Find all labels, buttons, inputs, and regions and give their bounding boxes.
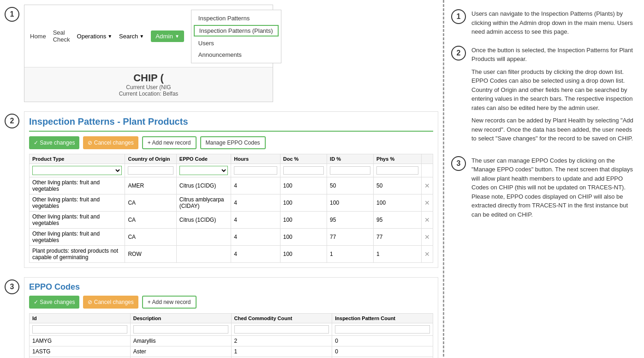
cell-type: Plant products: stored products not capa… — [30, 246, 125, 263]
right-step3-circle: 3 — [451, 156, 466, 171]
admin-dropdown: Inspection Patterns Inspection Patterns … — [191, 10, 281, 63]
delete-row-btn[interactable]: ✕ — [424, 216, 430, 224]
manage-eppo-codes-btn[interactable]: Manage EPPO Codes — [200, 136, 266, 149]
col-hours: Hours — [231, 154, 280, 164]
doc-filter[interactable] — [283, 166, 324, 175]
right-step3-text: The user can manage EPPO Codes by clicki… — [471, 156, 635, 219]
eppo-id-filter[interactable] — [32, 325, 127, 334]
cell-type: Other living plants: fruit and vegetable… — [30, 177, 125, 194]
cell-doc: 100 — [280, 229, 327, 246]
right-step2-p3: New records can be added by Plant Health… — [471, 116, 635, 143]
cell-type: Other living plants: fruit and vegetable… — [30, 212, 125, 229]
cell-hours: 4 — [231, 194, 280, 212]
eppo-ched: 2 — [231, 336, 332, 346]
cell-country: CA — [125, 194, 176, 212]
delete-row-btn[interactable]: ✕ — [424, 250, 430, 258]
col-doc: Doc % — [280, 154, 327, 164]
cell-doc: 100 — [280, 194, 327, 212]
inspection-table: Product Type Country of Origin EPPO Code… — [29, 154, 433, 263]
table-row: Plant products: stored products not capa… — [30, 246, 433, 263]
nav-operations[interactable]: Operations ▼ — [77, 33, 113, 40]
hours-filter[interactable] — [234, 166, 277, 175]
phys-filter[interactable] — [376, 166, 418, 175]
cell-eppo — [176, 246, 231, 263]
table-row: Other living plants: fruit and vegetable… — [30, 212, 433, 229]
eppo-add-btn[interactable]: + Add new record — [142, 296, 197, 309]
cell-id: 50 — [327, 177, 374, 194]
eppo-title: EPPO Codes — [29, 282, 433, 292]
chip-location: Current Location: Belfas — [34, 91, 263, 97]
cell-type: Other living plants: fruit and vegetable… — [30, 194, 125, 212]
add-new-record-btn[interactable]: + Add new record — [142, 136, 197, 149]
chip-user: Current User (NIG — [34, 84, 263, 91]
id-filter[interactable] — [330, 166, 370, 175]
eppo-id: 1ASTG — [30, 346, 131, 357]
cell-id: 95 — [327, 212, 374, 229]
cell-phys: 77 — [374, 229, 422, 246]
nav-screenshot: Home Seal Check Operations ▼ Search ▼ Ad… — [24, 5, 273, 102]
admin-caret: ▼ — [175, 34, 179, 39]
table-row: Other living plants: fruit and vegetable… — [30, 177, 433, 194]
eppo-desc: Aster — [130, 346, 231, 357]
eppo-save-btn[interactable]: ✓ Save changes — [29, 296, 79, 309]
cell-eppo: Citrus (1CIDG) — [176, 177, 231, 194]
eppo-pattern-filter[interactable] — [335, 325, 430, 334]
cell-id: 1 — [327, 246, 374, 263]
right-panel: 1 Users can navigate to the Inspection P… — [443, 0, 644, 358]
table-row: Other living plants: fruit and vegetable… — [30, 229, 433, 246]
step1-circle: 1 — [5, 7, 19, 22]
eppo-desc-filter[interactable] — [133, 325, 228, 334]
cell-hours: 4 — [231, 229, 280, 246]
step2-circle: 2 — [5, 114, 19, 128]
cell-phys: 1 — [374, 246, 422, 263]
operations-caret: ▼ — [107, 34, 112, 39]
col-action — [421, 154, 433, 164]
nav-sealcheck[interactable]: Seal Check — [53, 29, 70, 43]
dropdown-announcements[interactable]: Announcements — [191, 49, 281, 61]
eppo-pattern: 0 — [332, 336, 433, 346]
cell-phys: 95 — [374, 212, 422, 229]
right-step1: 1 Users can navigate to the Inspection P… — [451, 9, 635, 36]
delete-row-btn[interactable]: ✕ — [424, 199, 430, 206]
dropdown-inspection-patterns[interactable]: Inspection Patterns — [191, 12, 281, 24]
nav-home[interactable]: Home — [30, 33, 46, 40]
eppo-row: 1AMYG Amaryllis 2 0 — [30, 336, 433, 346]
cell-doc: 100 — [280, 212, 327, 229]
table-row: Other living plants: fruit and vegetable… — [30, 194, 433, 212]
eppo-code-filter[interactable] — [179, 166, 228, 175]
cell-phys: 50 — [374, 177, 422, 194]
cell-id: 77 — [327, 229, 374, 246]
eppo-col-ched: Ched Commodity Count — [231, 314, 332, 323]
col-phys: Phys % — [374, 154, 422, 164]
eppo-col-desc: Description — [130, 314, 231, 323]
delete-row-btn[interactable]: ✕ — [424, 182, 430, 189]
dropdown-users[interactable]: Users — [191, 37, 281, 49]
search-caret: ▼ — [139, 34, 144, 39]
admin-btn[interactable]: Admin ▼ — [151, 30, 184, 42]
col-product-type: Product Type — [30, 154, 125, 164]
col-country-origin: Country of Origin — [125, 154, 176, 164]
chip-title: CHIP ( — [34, 72, 263, 84]
right-step2-text: Once the button is selected, the Inspect… — [471, 46, 635, 147]
eppo-cancel-btn[interactable]: ⊘ Cancel changes — [83, 296, 138, 309]
save-changes-btn[interactable]: ✓ Save changes — [29, 136, 79, 149]
cell-eppo: Citrus (1CIDG) — [176, 212, 231, 229]
delete-row-btn[interactable]: ✕ — [424, 233, 430, 241]
right-step3: 3 The user can manage EPPO Codes by clic… — [451, 156, 635, 219]
dropdown-inspection-patterns-plants[interactable]: Inspection Patterns (Plants) — [194, 25, 279, 36]
cell-country: AMER — [125, 177, 176, 194]
right-step2: 2 Once the button is selected, the Inspe… — [451, 46, 635, 147]
inspection-panel: Inspection Patterns - Plant Products ✓ S… — [24, 111, 438, 268]
country-filter[interactable] — [128, 166, 173, 175]
eppo-panel: EPPO Codes ✓ Save changes ⊘ Cancel chang… — [24, 277, 438, 358]
eppo-btn-row: ✓ Save changes ⊘ Cancel changes + Add ne… — [29, 296, 433, 309]
cell-hours: 4 — [231, 212, 280, 229]
eppo-ched-filter[interactable] — [234, 325, 329, 334]
cancel-changes-btn[interactable]: ⊘ Cancel changes — [83, 136, 138, 149]
right-step2-p2: The user can filter products by clicking… — [471, 67, 635, 113]
eppo-id: 1AMYG — [30, 336, 131, 346]
product-type-filter[interactable] — [32, 166, 122, 175]
eppo-pattern: 0 — [332, 346, 433, 357]
filter-row — [30, 164, 433, 177]
nav-search[interactable]: Search ▼ — [119, 33, 144, 40]
